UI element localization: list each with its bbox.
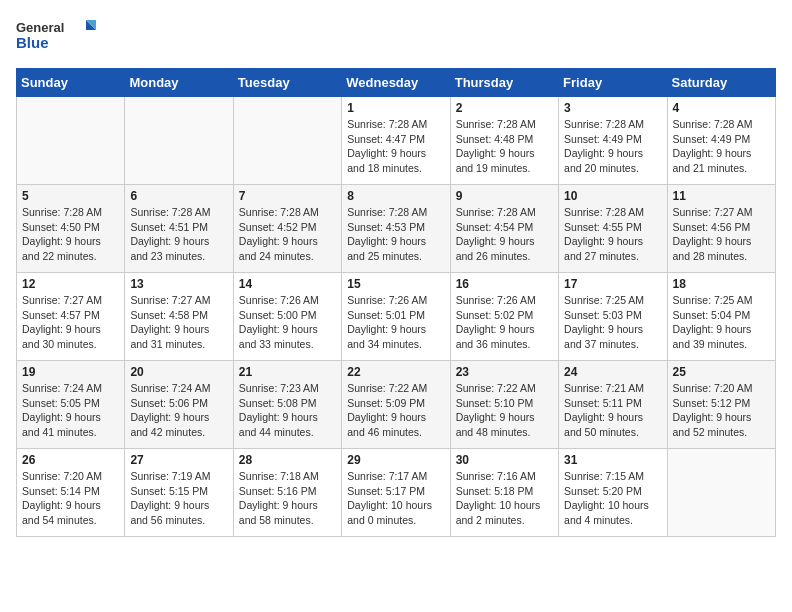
- calendar-cell: 30Sunrise: 7:16 AMSunset: 5:18 PMDayligh…: [450, 449, 558, 537]
- day-info: Sunrise: 7:17 AMSunset: 5:17 PMDaylight:…: [347, 469, 444, 528]
- column-header-friday: Friday: [559, 69, 667, 97]
- calendar-cell: 8Sunrise: 7:28 AMSunset: 4:53 PMDaylight…: [342, 185, 450, 273]
- day-info: Sunrise: 7:18 AMSunset: 5:16 PMDaylight:…: [239, 469, 336, 528]
- calendar-cell: [233, 97, 341, 185]
- day-number: 11: [673, 189, 770, 203]
- calendar-cell: 25Sunrise: 7:20 AMSunset: 5:12 PMDayligh…: [667, 361, 775, 449]
- logo: General Blue: [16, 16, 96, 56]
- day-number: 25: [673, 365, 770, 379]
- calendar-cell: 20Sunrise: 7:24 AMSunset: 5:06 PMDayligh…: [125, 361, 233, 449]
- day-info: Sunrise: 7:21 AMSunset: 5:11 PMDaylight:…: [564, 381, 661, 440]
- calendar-cell: 22Sunrise: 7:22 AMSunset: 5:09 PMDayligh…: [342, 361, 450, 449]
- day-number: 16: [456, 277, 553, 291]
- column-header-thursday: Thursday: [450, 69, 558, 97]
- day-info: Sunrise: 7:26 AMSunset: 5:01 PMDaylight:…: [347, 293, 444, 352]
- day-number: 28: [239, 453, 336, 467]
- calendar-cell: 3Sunrise: 7:28 AMSunset: 4:49 PMDaylight…: [559, 97, 667, 185]
- calendar-cell: 4Sunrise: 7:28 AMSunset: 4:49 PMDaylight…: [667, 97, 775, 185]
- day-info: Sunrise: 7:28 AMSunset: 4:49 PMDaylight:…: [673, 117, 770, 176]
- day-info: Sunrise: 7:28 AMSunset: 4:52 PMDaylight:…: [239, 205, 336, 264]
- day-number: 29: [347, 453, 444, 467]
- day-info: Sunrise: 7:22 AMSunset: 5:09 PMDaylight:…: [347, 381, 444, 440]
- day-number: 3: [564, 101, 661, 115]
- calendar-cell: 26Sunrise: 7:20 AMSunset: 5:14 PMDayligh…: [17, 449, 125, 537]
- calendar-cell: 28Sunrise: 7:18 AMSunset: 5:16 PMDayligh…: [233, 449, 341, 537]
- day-info: Sunrise: 7:20 AMSunset: 5:12 PMDaylight:…: [673, 381, 770, 440]
- day-info: Sunrise: 7:23 AMSunset: 5:08 PMDaylight:…: [239, 381, 336, 440]
- calendar-cell: 9Sunrise: 7:28 AMSunset: 4:54 PMDaylight…: [450, 185, 558, 273]
- calendar-cell: 27Sunrise: 7:19 AMSunset: 5:15 PMDayligh…: [125, 449, 233, 537]
- day-number: 7: [239, 189, 336, 203]
- column-header-tuesday: Tuesday: [233, 69, 341, 97]
- day-number: 8: [347, 189, 444, 203]
- calendar-cell: 12Sunrise: 7:27 AMSunset: 4:57 PMDayligh…: [17, 273, 125, 361]
- day-info: Sunrise: 7:27 AMSunset: 4:57 PMDaylight:…: [22, 293, 119, 352]
- day-info: Sunrise: 7:24 AMSunset: 5:05 PMDaylight:…: [22, 381, 119, 440]
- day-number: 2: [456, 101, 553, 115]
- day-number: 4: [673, 101, 770, 115]
- day-info: Sunrise: 7:25 AMSunset: 5:04 PMDaylight:…: [673, 293, 770, 352]
- calendar-week-1: 1Sunrise: 7:28 AMSunset: 4:47 PMDaylight…: [17, 97, 776, 185]
- logo-svg: General Blue: [16, 16, 96, 56]
- day-info: Sunrise: 7:28 AMSunset: 4:47 PMDaylight:…: [347, 117, 444, 176]
- day-info: Sunrise: 7:24 AMSunset: 5:06 PMDaylight:…: [130, 381, 227, 440]
- calendar-cell: 10Sunrise: 7:28 AMSunset: 4:55 PMDayligh…: [559, 185, 667, 273]
- day-number: 9: [456, 189, 553, 203]
- calendar-cell: [17, 97, 125, 185]
- calendar-cell: 24Sunrise: 7:21 AMSunset: 5:11 PMDayligh…: [559, 361, 667, 449]
- day-info: Sunrise: 7:20 AMSunset: 5:14 PMDaylight:…: [22, 469, 119, 528]
- day-info: Sunrise: 7:27 AMSunset: 4:58 PMDaylight:…: [130, 293, 227, 352]
- day-info: Sunrise: 7:26 AMSunset: 5:02 PMDaylight:…: [456, 293, 553, 352]
- day-info: Sunrise: 7:22 AMSunset: 5:10 PMDaylight:…: [456, 381, 553, 440]
- day-number: 30: [456, 453, 553, 467]
- day-info: Sunrise: 7:28 AMSunset: 4:55 PMDaylight:…: [564, 205, 661, 264]
- day-info: Sunrise: 7:28 AMSunset: 4:54 PMDaylight:…: [456, 205, 553, 264]
- day-number: 15: [347, 277, 444, 291]
- calendar-cell: 1Sunrise: 7:28 AMSunset: 4:47 PMDaylight…: [342, 97, 450, 185]
- day-info: Sunrise: 7:28 AMSunset: 4:49 PMDaylight:…: [564, 117, 661, 176]
- calendar-cell: 13Sunrise: 7:27 AMSunset: 4:58 PMDayligh…: [125, 273, 233, 361]
- page-header: General Blue: [16, 16, 776, 56]
- day-number: 12: [22, 277, 119, 291]
- calendar-week-5: 26Sunrise: 7:20 AMSunset: 5:14 PMDayligh…: [17, 449, 776, 537]
- svg-text:Blue: Blue: [16, 34, 49, 51]
- day-number: 23: [456, 365, 553, 379]
- day-info: Sunrise: 7:28 AMSunset: 4:50 PMDaylight:…: [22, 205, 119, 264]
- calendar-week-4: 19Sunrise: 7:24 AMSunset: 5:05 PMDayligh…: [17, 361, 776, 449]
- calendar-cell: 16Sunrise: 7:26 AMSunset: 5:02 PMDayligh…: [450, 273, 558, 361]
- calendar-cell: 2Sunrise: 7:28 AMSunset: 4:48 PMDaylight…: [450, 97, 558, 185]
- day-info: Sunrise: 7:26 AMSunset: 5:00 PMDaylight:…: [239, 293, 336, 352]
- day-number: 1: [347, 101, 444, 115]
- calendar-cell: 11Sunrise: 7:27 AMSunset: 4:56 PMDayligh…: [667, 185, 775, 273]
- calendar-cell: 7Sunrise: 7:28 AMSunset: 4:52 PMDaylight…: [233, 185, 341, 273]
- calendar-week-3: 12Sunrise: 7:27 AMSunset: 4:57 PMDayligh…: [17, 273, 776, 361]
- day-number: 26: [22, 453, 119, 467]
- day-info: Sunrise: 7:28 AMSunset: 4:51 PMDaylight:…: [130, 205, 227, 264]
- calendar-cell: 29Sunrise: 7:17 AMSunset: 5:17 PMDayligh…: [342, 449, 450, 537]
- column-header-wednesday: Wednesday: [342, 69, 450, 97]
- day-number: 10: [564, 189, 661, 203]
- day-number: 14: [239, 277, 336, 291]
- day-number: 6: [130, 189, 227, 203]
- calendar-cell: 6Sunrise: 7:28 AMSunset: 4:51 PMDaylight…: [125, 185, 233, 273]
- day-number: 17: [564, 277, 661, 291]
- day-number: 18: [673, 277, 770, 291]
- calendar-cell: 31Sunrise: 7:15 AMSunset: 5:20 PMDayligh…: [559, 449, 667, 537]
- column-header-monday: Monday: [125, 69, 233, 97]
- day-info: Sunrise: 7:28 AMSunset: 4:53 PMDaylight:…: [347, 205, 444, 264]
- calendar-header-row: SundayMondayTuesdayWednesdayThursdayFrid…: [17, 69, 776, 97]
- day-number: 24: [564, 365, 661, 379]
- day-number: 20: [130, 365, 227, 379]
- calendar-cell: 18Sunrise: 7:25 AMSunset: 5:04 PMDayligh…: [667, 273, 775, 361]
- calendar-cell: [667, 449, 775, 537]
- calendar-week-2: 5Sunrise: 7:28 AMSunset: 4:50 PMDaylight…: [17, 185, 776, 273]
- svg-text:General: General: [16, 20, 64, 35]
- calendar-cell: 14Sunrise: 7:26 AMSunset: 5:00 PMDayligh…: [233, 273, 341, 361]
- day-info: Sunrise: 7:16 AMSunset: 5:18 PMDaylight:…: [456, 469, 553, 528]
- day-number: 31: [564, 453, 661, 467]
- day-info: Sunrise: 7:28 AMSunset: 4:48 PMDaylight:…: [456, 117, 553, 176]
- calendar-cell: [125, 97, 233, 185]
- calendar-cell: 15Sunrise: 7:26 AMSunset: 5:01 PMDayligh…: [342, 273, 450, 361]
- calendar-cell: 19Sunrise: 7:24 AMSunset: 5:05 PMDayligh…: [17, 361, 125, 449]
- day-info: Sunrise: 7:15 AMSunset: 5:20 PMDaylight:…: [564, 469, 661, 528]
